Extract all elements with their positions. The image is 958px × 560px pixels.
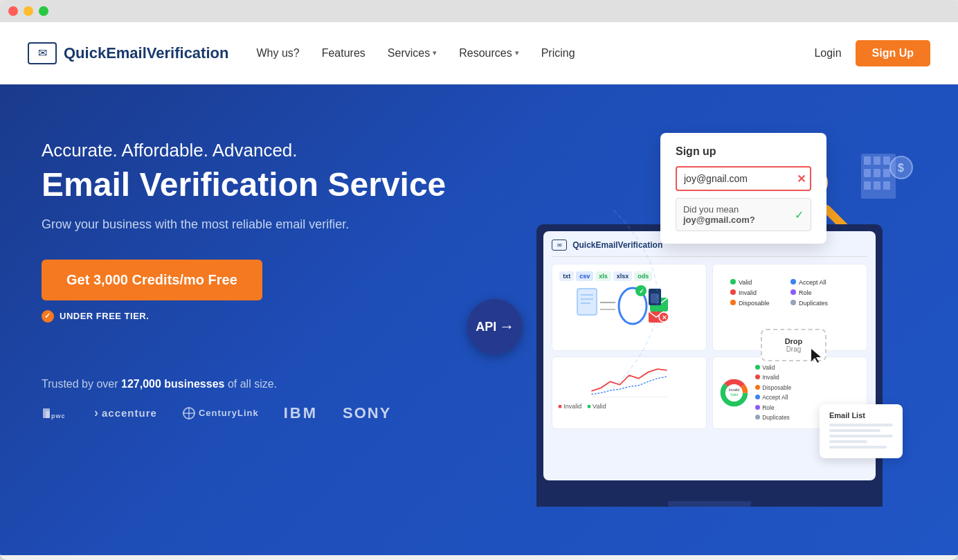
drop-label: Drop bbox=[772, 337, 815, 345]
svg-text:Accept All: Accept All bbox=[799, 279, 826, 286]
nav-links: Why us? Features Services ▾ Resources ▾ … bbox=[256, 47, 814, 60]
svg-point-50 bbox=[730, 289, 736, 295]
cta-button[interactable]: Get 3,000 Credits/mo Free bbox=[42, 260, 262, 300]
svg-text:Invalid: Invalid bbox=[729, 388, 740, 392]
trusted-section: Trusted by over 127,000 businesses of al… bbox=[42, 378, 523, 424]
email-line-2 bbox=[829, 429, 880, 432]
email-line-3 bbox=[829, 435, 893, 437]
sony-logo: SONY bbox=[343, 404, 391, 422]
email-list-lines bbox=[829, 424, 893, 449]
svg-text:Invalid: Invalid bbox=[739, 289, 757, 296]
email-list-title: Email List bbox=[829, 411, 893, 419]
hero-right: Sign up ✕ Did you mean joy@gmail.com? ✓ bbox=[523, 126, 916, 527]
api-bubble: API → bbox=[467, 299, 523, 354]
svg-rect-26 bbox=[874, 169, 880, 177]
email-line-1 bbox=[829, 424, 893, 426]
logo-icon: ✉ bbox=[28, 42, 57, 64]
mac-minimize-button[interactable] bbox=[24, 6, 33, 16]
svg-marker-67 bbox=[811, 349, 821, 363]
navbar: ✉ QuickEmailVerification Why us? Feature… bbox=[0, 22, 958, 84]
svg-text:Duplicates: Duplicates bbox=[799, 300, 829, 307]
hero-title: Email Verification Service bbox=[42, 167, 523, 204]
svg-text:pwc: pwc bbox=[51, 413, 66, 419]
chart-legend: ■ Invalid ■ Valid bbox=[558, 403, 701, 410]
email-list-card: Email List bbox=[820, 404, 903, 458]
green-check-icon: ✓ bbox=[795, 208, 804, 222]
email-input-wrap: ✕ bbox=[676, 166, 811, 191]
svg-rect-29 bbox=[874, 181, 880, 190]
nav-right: Login Sign Up bbox=[814, 40, 930, 66]
svg-point-48 bbox=[730, 279, 736, 284]
accenture-logo: › accenture bbox=[94, 406, 157, 420]
svg-text:Valid: Valid bbox=[730, 392, 739, 397]
monitor-base bbox=[668, 501, 751, 507]
svg-rect-25 bbox=[864, 169, 871, 177]
svg-point-58 bbox=[790, 300, 796, 305]
nav-item-why-us[interactable]: Why us? bbox=[256, 47, 299, 60]
signup-button[interactable]: Sign Up bbox=[856, 40, 930, 66]
hero-subtitle: Grow your business with the most reliabl… bbox=[42, 217, 523, 232]
email-input[interactable] bbox=[676, 166, 811, 191]
legend-column: Valid Invalid Disposable Accept All Role… bbox=[755, 363, 791, 423]
svg-rect-28 bbox=[864, 181, 871, 190]
svg-rect-24 bbox=[883, 156, 890, 165]
logo-text: QuickEmailVerification bbox=[64, 44, 228, 62]
api-arrow-icon: → bbox=[499, 318, 514, 336]
drag-label: Drag bbox=[772, 345, 815, 353]
nav-item-services[interactable]: Services ▾ bbox=[388, 47, 437, 60]
svg-point-52 bbox=[730, 300, 736, 305]
svg-text:$: $ bbox=[898, 162, 904, 174]
drag-drop-card: Drop Drag bbox=[761, 329, 826, 361]
check-icon: ✓ bbox=[42, 310, 54, 323]
trusted-text: Trusted by over 127,000 businesses of al… bbox=[42, 378, 523, 390]
svg-rect-27 bbox=[883, 169, 890, 177]
logo[interactable]: ✉ QuickEmailVerification bbox=[28, 42, 228, 64]
building-illustration: $ bbox=[854, 140, 916, 205]
company-logos: pwc › accenture bbox=[42, 403, 523, 424]
resources-chevron-icon: ▾ bbox=[515, 48, 519, 57]
login-link[interactable]: Login bbox=[814, 47, 841, 60]
signup-popup: Sign up ✕ Did you mean joy@gmail.com? ✓ bbox=[660, 133, 826, 244]
mac-close-button[interactable] bbox=[8, 6, 18, 16]
svg-rect-23 bbox=[874, 156, 880, 165]
suggestion-box: Did you mean joy@gmail.com? ✓ bbox=[676, 198, 811, 231]
svg-text:Disposable: Disposable bbox=[739, 300, 770, 307]
ibm-logo: IBM bbox=[284, 404, 318, 422]
free-tier-label: ✓ UNDER FREE TIER. bbox=[42, 310, 523, 323]
hero-section: Accurate. Affordable. Advanced. Email Ve… bbox=[0, 84, 958, 555]
email-line-4 bbox=[829, 440, 867, 443]
svg-rect-1 bbox=[46, 411, 50, 418]
svg-point-54 bbox=[790, 279, 796, 284]
pwc-logo: pwc bbox=[42, 403, 69, 424]
svg-text:Role: Role bbox=[799, 289, 812, 296]
nav-item-resources[interactable]: Resources ▾ bbox=[459, 47, 518, 60]
nav-item-pricing[interactable]: Pricing bbox=[541, 47, 575, 60]
hero-tagline: Accurate. Affordable. Advanced. bbox=[42, 140, 523, 161]
svg-rect-30 bbox=[883, 181, 890, 190]
mac-maximize-button[interactable] bbox=[39, 6, 48, 16]
svg-text:Valid: Valid bbox=[739, 279, 752, 286]
hero-left: Accurate. Affordable. Advanced. Email Ve… bbox=[42, 126, 523, 527]
centurylink-logo: CenturyLink bbox=[182, 406, 259, 420]
popup-title: Sign up bbox=[676, 145, 811, 158]
svg-rect-22 bbox=[864, 156, 871, 165]
monitor-stand bbox=[682, 487, 737, 501]
mac-chrome bbox=[0, 0, 958, 22]
services-chevron-icon: ▾ bbox=[433, 48, 437, 57]
nav-item-features[interactable]: Features bbox=[322, 47, 365, 60]
input-clear-icon[interactable]: ✕ bbox=[797, 172, 806, 186]
svg-point-56 bbox=[790, 289, 796, 295]
email-line-5 bbox=[829, 446, 887, 449]
